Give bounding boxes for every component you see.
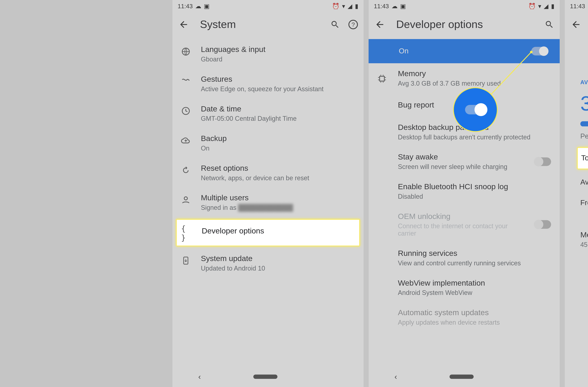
master-toggle-banner[interactable]: On: [369, 39, 560, 63]
item-subtitle: Desktop full backups aren't currently pr…: [398, 133, 547, 141]
battery-icon: ▮: [355, 2, 358, 9]
item-subtitle: Disabled: [398, 193, 547, 200]
back-button[interactable]: [374, 18, 386, 30]
row-free[interactable]: Free 699 MB: [580, 193, 588, 213]
back-button[interactable]: [178, 18, 190, 30]
item-title: Automatic system updates: [398, 308, 547, 317]
item-subtitle: Gboard: [201, 56, 357, 63]
signal-icon: ◢: [348, 2, 352, 9]
svg-point-4: [184, 197, 188, 200]
system-nav-bar: ‹: [369, 367, 560, 387]
braces-icon: { }: [181, 227, 192, 239]
performance-label: Performance: [580, 132, 588, 140]
item-memory-used-by-apps[interactable]: Memory used by apps 45 apps used memory …: [580, 230, 588, 248]
image-icon: ▣: [204, 2, 210, 9]
redacted-username: ████████████: [238, 204, 293, 211]
wifi-icon: ▾: [342, 2, 345, 9]
cloud-icon: ☁: [195, 2, 201, 9]
app-header: System ?: [172, 11, 364, 39]
status-bar: 11:43 ☁ ▣ ⏰ ▾ ◢ ▮: [172, 0, 364, 11]
item-multiple-users[interactable]: Multiple users Signed in as ████████████: [172, 187, 364, 217]
item-subtitle: On: [201, 144, 357, 152]
settings-list: Languages & input Gboard Gestures Active…: [172, 39, 364, 278]
nav-back-icon[interactable]: ‹: [394, 372, 397, 381]
item-reset-options[interactable]: Reset options Network, apps, or device c…: [172, 158, 364, 188]
item-subtitle: Connect to the internet or contact your …: [398, 222, 520, 237]
item-title: Stay awake: [398, 153, 520, 162]
item-subtitle: Screen will never sleep while charging: [398, 163, 520, 170]
row-label: Average used (%): [580, 178, 588, 187]
item-webview-impl[interactable]: WebView implementation Android System We…: [369, 273, 560, 303]
item-backup[interactable]: Backup On: [172, 128, 364, 158]
search-icon[interactable]: [544, 19, 555, 30]
row-label: Free: [580, 199, 588, 207]
item-memory[interactable]: Memory Avg 3.0 GB of 3.7 GB memory used: [369, 63, 560, 93]
item-developer-options[interactable]: { } Developer options: [176, 219, 360, 246]
screen-memory-use: 11:43 ☁ ▣ ⏰ ▾ ◢ ▮ Memory use ?: [565, 0, 588, 387]
svg-text:?: ?: [352, 21, 355, 28]
nav-home-pill[interactable]: [253, 374, 277, 379]
item-title: Memory: [398, 69, 547, 78]
item-languages-input[interactable]: Languages & input Gboard: [172, 39, 364, 69]
battery-icon: ▮: [551, 2, 554, 9]
nav-home-pill[interactable]: [450, 374, 474, 379]
item-subtitle: Network, apps, or device can be reset: [201, 174, 357, 182]
image-icon: ▣: [400, 2, 406, 9]
apps-title: Memory used by apps: [580, 230, 588, 239]
average-memory-value: 3.0GB: [580, 92, 588, 115]
item-running-services[interactable]: Running services View and control curren…: [369, 243, 560, 273]
item-date-time[interactable]: Date & time GMT-05:00 Central Daylight T…: [172, 99, 364, 128]
back-button[interactable]: [570, 18, 582, 30]
item-subtitle: Avg 3.0 GB of 3.7 GB memory used: [398, 80, 547, 87]
item-title: Date & time: [201, 104, 357, 113]
item-title: System update: [201, 254, 357, 263]
row-label: Total memory: [581, 154, 588, 163]
item-system-update[interactable]: System update Updated to Android 10: [172, 248, 364, 278]
screen-developer-options: 11:43 ☁ ▣ ⏰ ▾ ◢ ▮ Developer options: [369, 0, 560, 387]
nav-back-icon[interactable]: ‹: [198, 372, 201, 381]
chip-icon: [377, 73, 388, 84]
page-title: System: [200, 18, 330, 31]
item-title: Languages & input: [201, 45, 357, 54]
memory-usage-fill: [580, 121, 588, 126]
app-header: Memory use ?: [565, 11, 588, 39]
item-title: Running services: [398, 249, 547, 258]
cloud-icon: ☁: [392, 2, 398, 9]
item-stay-awake[interactable]: Stay awake Screen will never sleep while…: [369, 146, 560, 176]
item-subtitle: View and control currently running servi…: [398, 259, 547, 266]
item-title: OEM unlocking: [398, 212, 520, 221]
performance-row: Performance Normal: [580, 132, 588, 140]
item-title: Multiple users: [201, 194, 357, 203]
item-gestures[interactable]: Gestures Active Edge on, squeeze for you…: [172, 69, 364, 99]
search-icon[interactable]: [330, 19, 340, 30]
item-title: Backup: [201, 134, 357, 143]
cloud-upload-icon: [180, 135, 191, 146]
system-nav-bar: ‹: [565, 367, 588, 387]
row-total-memory[interactable]: Total memory 3.7 GB: [577, 147, 588, 169]
item-subtitle: Updated to Android 10: [201, 265, 357, 272]
item-subtitle: Android System WebView: [398, 289, 547, 296]
status-time: 11:43: [374, 2, 389, 9]
item-subtitle: GMT-05:00 Central Daylight Time: [201, 115, 357, 122]
row-average-used-pct[interactable]: Average used (%) 81%: [580, 172, 588, 193]
item-auto-system-updates[interactable]: Automatic system updates Apply updates w…: [369, 302, 560, 332]
page-title: Developer options: [396, 18, 544, 31]
screen-system: 11:43 ☁ ▣ ⏰ ▾ ◢ ▮ System ?: [172, 0, 364, 387]
clock-icon: [180, 105, 191, 117]
reset-icon: [180, 165, 191, 176]
item-title: Enable Bluetooth HCI snoop log: [398, 183, 547, 191]
master-toggle[interactable]: [531, 47, 548, 56]
item-subtitle: Signed in as ████████████: [201, 204, 357, 211]
help-icon[interactable]: ?: [348, 19, 358, 30]
gestures-icon: [180, 76, 191, 87]
person-icon: [180, 194, 191, 205]
stay-awake-toggle[interactable]: [535, 157, 551, 166]
wifi-icon: ▾: [538, 2, 541, 9]
status-bar: 11:43 ☁ ▣ ⏰ ▾ ◢ ▮: [565, 0, 588, 11]
item-bt-hci-snoop[interactable]: Enable Bluetooth HCI snoop log Disabled: [369, 176, 560, 206]
alarm-icon: ⏰: [528, 2, 536, 9]
apps-subtitle: 45 apps used memory in the last 3 hours: [580, 241, 588, 248]
toggle-enlarged: [465, 105, 486, 115]
oem-unlocking-toggle: [535, 220, 551, 229]
alarm-icon: ⏰: [332, 2, 339, 9]
